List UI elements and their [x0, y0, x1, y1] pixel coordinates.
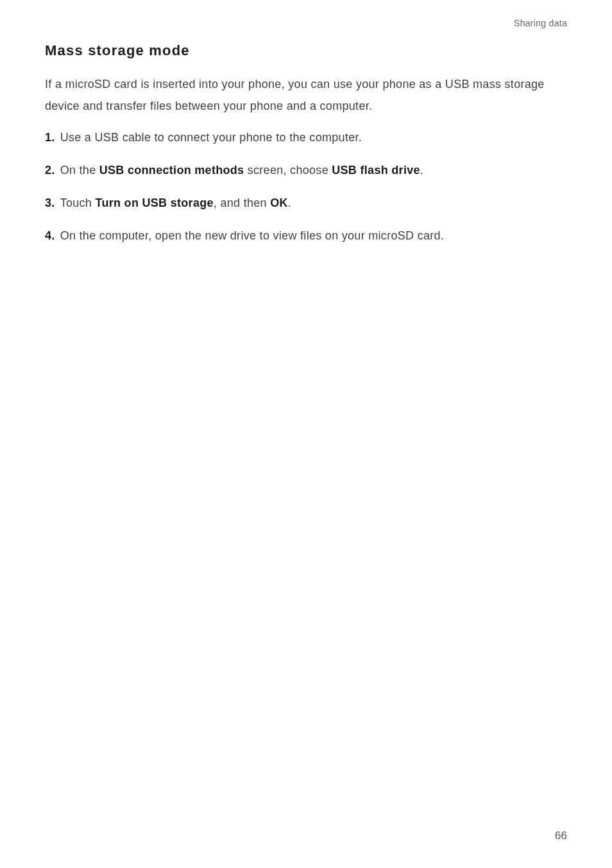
step-number: 2. — [45, 161, 55, 180]
step-item: 4. On the computer, open the new drive t… — [45, 227, 567, 245]
step-number: 3. — [45, 194, 55, 213]
step-text: On the computer, open the new drive to v… — [60, 227, 567, 245]
step-number: 1. — [45, 128, 55, 147]
step-text: On the USB connection methods screen, ch… — [60, 161, 567, 180]
page-number: 66 — [555, 829, 567, 842]
header-section-label: Sharing data — [45, 18, 567, 28]
step-list: 1. Use a USB cable to connect your phone… — [45, 128, 567, 245]
step-item: 3. Touch Turn on USB storage, and then O… — [45, 194, 567, 213]
page-title: Mass storage mode — [45, 42, 567, 59]
intro-paragraph: If a microSD card is inserted into your … — [45, 73, 567, 117]
step-text: Touch Turn on USB storage, and then OK. — [60, 194, 567, 213]
step-item: 2. On the USB connection methods screen,… — [45, 161, 567, 180]
step-text: Use a USB cable to connect your phone to… — [60, 128, 567, 147]
step-item: 1. Use a USB cable to connect your phone… — [45, 128, 567, 147]
step-number: 4. — [45, 227, 55, 245]
